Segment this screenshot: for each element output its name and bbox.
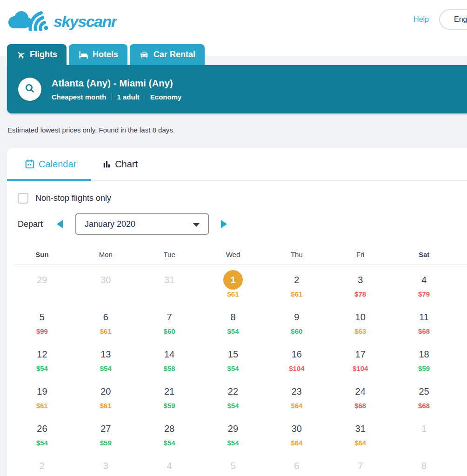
day-number: 4 [414, 270, 434, 290]
day-number: 14 [160, 344, 179, 364]
day-number: 8 [223, 307, 243, 327]
weekday-sun: Sun [10, 251, 74, 258]
view-tabs: Calendar Chart [7, 148, 467, 181]
search-criteria: Cheapest month 1 adult Economy [52, 93, 181, 101]
weekday-tue: Tue [138, 251, 201, 258]
day-cell-22[interactable]: 22$54 [201, 376, 265, 413]
day-number: 30 [287, 419, 307, 438]
day-cell-19[interactable]: 19$61 [10, 376, 74, 413]
day-number: 7 [351, 456, 370, 476]
day-number: 26 [32, 419, 52, 438]
day-cell-14[interactable]: 14$58 [138, 339, 201, 376]
day-price: $79 [418, 290, 430, 298]
month-select[interactable]: January 2020 [75, 213, 209, 235]
day-cell-16[interactable]: 16$104 [265, 339, 328, 376]
day-cell-9[interactable]: 9$60 [265, 302, 328, 339]
day-cell-5[interactable]: 5$99 [10, 302, 74, 339]
summary-texts: Atlanta (Any) - Miami (Any) Cheapest mon… [52, 78, 181, 101]
day-cell-30-adjacent: 30 [74, 264, 138, 302]
day-cell-30[interactable]: 30$64 [265, 413, 328, 450]
language-label: Eng [454, 15, 467, 24]
weekday-header-row: SunMonTueWedThuFriSat [10, 251, 456, 258]
weekday-fri: Fri [328, 251, 392, 258]
day-number: 30 [96, 270, 115, 290]
previous-month-arrow[interactable] [57, 220, 63, 228]
day-cell-21[interactable]: 21$59 [138, 376, 201, 413]
tab-flights[interactable]: Flights [7, 44, 67, 65]
day-cell-3[interactable]: 3$78 [328, 264, 392, 302]
day-price: $61 [100, 402, 112, 410]
day-number: 6 [287, 456, 307, 476]
day-cell-2[interactable]: 2$61 [265, 264, 328, 302]
tab-flights-label: Flights [30, 50, 57, 60]
day-cell-11[interactable]: 11$68 [392, 302, 456, 339]
day-cell-23[interactable]: 23$64 [265, 376, 328, 413]
cloud-icon [8, 11, 32, 28]
tab-calendar[interactable]: Calendar [25, 159, 76, 170]
weekday-sat: Sat [392, 251, 456, 258]
day-cell-1[interactable]: 1$61 [201, 264, 265, 302]
day-cell-6[interactable]: 6$61 [74, 302, 138, 339]
day-number: 12 [32, 344, 52, 364]
day-price: $54 [100, 364, 112, 373]
day-cell-17[interactable]: 17$104 [328, 339, 392, 376]
day-number: 15 [223, 344, 243, 364]
day-cell-28[interactable]: 28$54 [138, 413, 201, 450]
tab-car-rental[interactable]: Car Rental [130, 44, 205, 65]
day-cell-24[interactable]: 24$68 [328, 376, 392, 413]
day-cell-31[interactable]: 31$64 [328, 413, 392, 450]
day-price: $61 [100, 327, 112, 336]
day-price: $78 [354, 290, 366, 298]
day-cell-10[interactable]: 10$63 [328, 302, 392, 339]
search-button[interactable] [18, 78, 41, 101]
day-number: 16 [287, 344, 307, 364]
selected-day-number: 1 [223, 270, 243, 290]
criteria-adults: 1 adult [117, 93, 140, 101]
day-cell-5-adjacent: 5 [201, 450, 265, 476]
day-cell-7[interactable]: 7$60 [138, 302, 201, 339]
day-cell-26[interactable]: 26$54 [10, 413, 74, 450]
bar-chart-icon [102, 159, 111, 169]
nonstop-filter[interactable]: Non-stop flights only [18, 193, 467, 204]
day-cell-12[interactable]: 12$54 [10, 339, 74, 376]
day-cell-15[interactable]: 15$54 [201, 339, 265, 376]
day-number: 22 [223, 382, 243, 401]
skyscanner-logo[interactable]: skyscanner [7, 7, 117, 33]
day-number: 18 [414, 344, 434, 364]
tab-chart[interactable]: Chart [102, 159, 138, 170]
day-cell-31-adjacent: 31 [138, 264, 201, 302]
calendar-grid: 2930311$612$613$784$795$996$617$608$549$… [10, 264, 456, 476]
day-number: 3 [351, 270, 370, 290]
day-number: 6 [96, 307, 115, 327]
day-cell-13[interactable]: 13$54 [74, 339, 138, 376]
day-cell-25[interactable]: 25$68 [392, 376, 456, 413]
tab-hotels[interactable]: Hotels [69, 44, 127, 65]
weekday-wed: Wed [201, 251, 265, 258]
day-cell-29[interactable]: 29$54 [201, 413, 265, 450]
tab-car-rental-label: Car Rental [153, 50, 195, 60]
day-cell-4-adjacent: 4 [138, 450, 201, 476]
day-cell-2-adjacent: 2 [10, 450, 74, 476]
criteria-separator [112, 93, 112, 100]
help-link[interactable]: Help [414, 15, 429, 24]
search-icon [25, 83, 35, 95]
day-cell-18[interactable]: 18$59 [392, 339, 456, 376]
day-price: $54 [227, 402, 239, 410]
plane-icon [16, 50, 26, 60]
depart-month-row: Depart January 2020 [18, 213, 467, 235]
next-month-arrow[interactable] [221, 220, 227, 228]
day-price: $54 [36, 439, 48, 447]
tab-calendar-label: Calendar [39, 159, 76, 170]
day-number: 9 [287, 307, 307, 327]
day-price: $61 [291, 290, 302, 298]
search-summary-bar[interactable]: Atlanta (Any) - Miami (Any) Cheapest mon… [7, 65, 467, 113]
day-price: $54 [227, 439, 239, 447]
day-number: 21 [160, 382, 179, 401]
day-cell-4[interactable]: 4$79 [392, 264, 456, 302]
day-number: 5 [223, 456, 243, 476]
day-cell-20[interactable]: 20$61 [74, 376, 138, 413]
nonstop-checkbox[interactable] [18, 193, 28, 204]
language-button[interactable]: Eng [439, 9, 467, 30]
day-cell-27[interactable]: 27$59 [74, 413, 138, 450]
day-cell-8[interactable]: 8$54 [201, 302, 265, 339]
